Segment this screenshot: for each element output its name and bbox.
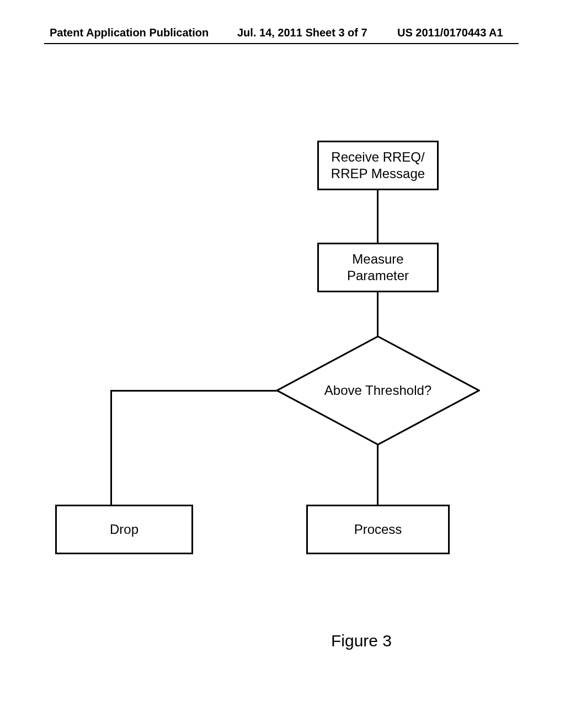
- step-receive: Receive RREQ/ RREP Message: [317, 141, 439, 190]
- step-receive-text: Receive RREQ/ RREP Message: [331, 149, 425, 182]
- step-process-text: Process: [354, 521, 402, 538]
- connector-left-v: [110, 390, 112, 505]
- step-measure-text: Measure Parameter: [347, 251, 409, 284]
- connector-1: [377, 190, 379, 243]
- connector-down: [377, 445, 379, 505]
- flowchart: Receive RREQ/ RREP Message Measure Param…: [0, 0, 565, 728]
- connector-left-h: [110, 390, 278, 392]
- figure-caption: Figure 3: [331, 631, 392, 650]
- step-drop: Drop: [55, 505, 193, 554]
- decision-label: Above Threshold?: [276, 335, 480, 446]
- connector-2: [377, 292, 379, 336]
- step-process: Process: [306, 505, 450, 554]
- decision-threshold: Above Threshold?: [276, 335, 480, 446]
- step-measure: Measure Parameter: [317, 243, 439, 292]
- step-drop-text: Drop: [110, 521, 138, 538]
